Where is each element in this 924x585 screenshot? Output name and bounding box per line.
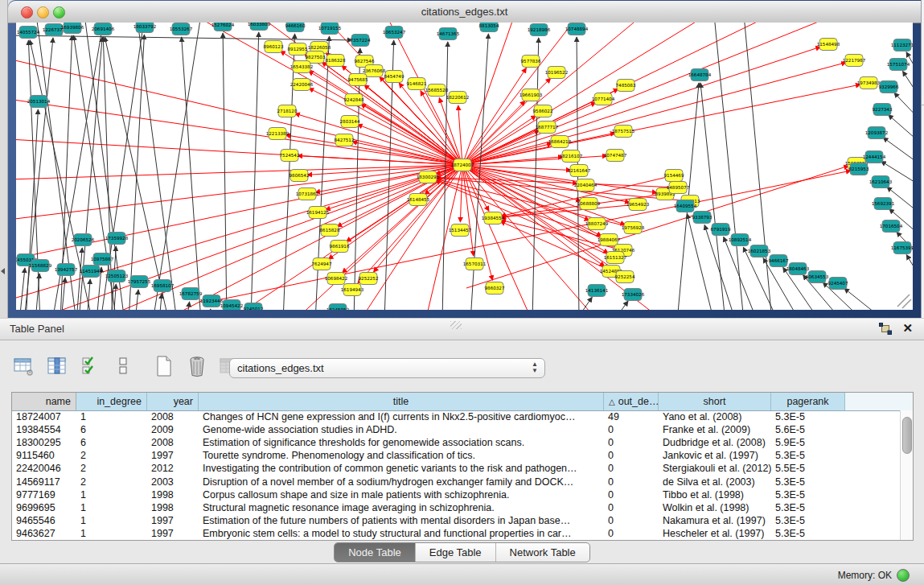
graph-node[interactable]: 13942757	[55, 264, 78, 276]
graph-node[interactable]: 17359928	[105, 233, 129, 245]
graph-edge[interactable]	[714, 23, 744, 310]
cell-short[interactable]: Dudbridge et al. (2008)	[659, 437, 771, 448]
graph-edge[interactable]	[209, 309, 211, 310]
cell-pagerank[interactable]: 5.3E-5	[771, 411, 845, 422]
cell-pagerank[interactable]: 5.3E-5	[771, 476, 845, 488]
graph-node[interactable]: 9806542	[290, 170, 310, 182]
graph-node[interactable]: 10748894	[565, 23, 589, 35]
graph-node[interactable]: 2718120	[277, 105, 298, 117]
network-canvas[interactable]: 1872400718300295193845548960123891295518…	[16, 23, 913, 310]
cell-title[interactable]: Disruption of a novel member of a sodium…	[199, 476, 604, 488]
graph-node[interactable]: 16021853	[748, 245, 771, 257]
graph-node[interactable]: 14895077	[667, 182, 690, 194]
panel-drag-grip-icon[interactable]	[450, 321, 462, 329]
graph-node[interactable]: 20691406	[92, 23, 115, 35]
cell-out_degree[interactable]: 0	[604, 476, 659, 488]
cell-name[interactable]: 9777169	[12, 489, 76, 501]
graph-edge[interactable]	[462, 101, 525, 165]
graph-node[interactable]: 11548498	[817, 39, 840, 51]
table-settings-icon[interactable]: ⚙	[11, 353, 37, 379]
graph-node[interactable]: 10771404	[592, 93, 615, 105]
graph-edge[interactable]	[19, 268, 25, 310]
cell-short[interactable]: Yano et al. (2008)	[659, 411, 771, 422]
graph-edge[interactable]	[159, 294, 162, 310]
cell-pagerank[interactable]: 5.5E-5	[771, 463, 845, 474]
cell-short[interactable]: Franke et al. (2009)	[659, 424, 771, 435]
graph-edge[interactable]	[129, 35, 144, 310]
cell-in_degree[interactable]: 6	[76, 437, 147, 448]
graph-node[interactable]: 16148455	[407, 194, 430, 206]
graph-node[interactable]: 9338793	[692, 212, 713, 224]
table-row[interactable]: 911546021997Tourette syndrome. Phenomeno…	[12, 449, 901, 462]
cell-year[interactable]: 2012	[147, 463, 199, 474]
graph-node[interactable]: 11123271	[891, 39, 913, 51]
cell-short[interactable]: Stergiakouli et al. (2012)	[659, 463, 771, 474]
graph-node[interactable]: 9245012	[244, 303, 264, 311]
graph-node[interactable]: 11568829	[29, 260, 52, 272]
cell-name[interactable]: 14569117	[12, 476, 76, 488]
graph-node[interactable]: 8813054	[479, 23, 499, 32]
graph-node[interactable]: 18216107	[560, 150, 583, 163]
cell-pagerank[interactable]: 5.3E-5	[771, 502, 845, 513]
graph-node[interactable]: 10747487	[604, 150, 627, 162]
graph-edge[interactable]	[575, 297, 592, 310]
graph-node[interactable]: 20513014	[27, 96, 51, 108]
graph-node[interactable]: 11675391	[891, 242, 913, 254]
graph-edge[interactable]	[462, 23, 836, 165]
cell-year[interactable]: 2003	[147, 476, 199, 488]
graph-node[interactable]: 19734983	[857, 77, 881, 89]
cell-in_degree[interactable]: 1	[76, 411, 147, 422]
graph-node[interactable]: 10698422	[325, 273, 347, 285]
float-panel-icon[interactable]	[879, 323, 892, 335]
graph-node[interactable]: 12217987	[843, 55, 866, 67]
graph-node[interactable]: 15134457	[449, 225, 472, 237]
graph-edge[interactable]	[889, 115, 913, 143]
network-window-titlebar[interactable]: citations_edges.txt	[8, 1, 921, 23]
column-header-year[interactable]: year	[147, 393, 199, 410]
cell-year[interactable]: 1998	[147, 489, 199, 501]
graph-node[interactable]: 18724007	[451, 159, 474, 171]
graph-edge[interactable]	[113, 284, 116, 310]
graph-node[interactable]: 9586022	[533, 105, 553, 117]
cell-year[interactable]: 2008	[147, 437, 199, 448]
graph-node[interactable]: 14055724	[17, 27, 40, 39]
graph-node[interactable]: 9475685	[348, 74, 368, 86]
graph-node[interactable]: 10945422	[220, 300, 243, 311]
cell-title[interactable]: Structural magnetic resonance image aver…	[199, 502, 604, 513]
cell-in_degree[interactable]: 2	[76, 463, 147, 474]
cell-short[interactable]: Wolkin et al. (1998)	[659, 502, 771, 513]
cell-short[interactable]: de Silva et al. (2003)	[659, 476, 771, 488]
graph-node[interactable]: 7357224	[351, 35, 371, 47]
graph-edge[interactable]	[16, 35, 352, 40]
cell-in_degree[interactable]: 1	[76, 515, 147, 526]
graph-node[interactable]: 9466167	[769, 255, 789, 267]
graph-edge[interactable]	[532, 38, 539, 310]
cell-pagerank[interactable]: 5.3E-5	[771, 489, 845, 501]
cell-out_degree[interactable]: 0	[604, 424, 659, 435]
cell-in_degree[interactable]: 1	[76, 528, 147, 539]
graph-edge[interactable]	[894, 93, 913, 121]
graph-node[interactable]: 22420046	[290, 79, 314, 91]
graph-edge[interactable]	[458, 105, 462, 165]
graph-node[interactable]: 17334026	[622, 289, 645, 301]
graph-edge[interactable]	[153, 23, 201, 310]
graph-node[interactable]: 10553267	[170, 23, 193, 35]
graph-edge[interactable]	[87, 279, 90, 310]
graph-node[interactable]: 16033809	[248, 23, 271, 31]
graph-node[interactable]: 6791919	[711, 224, 731, 236]
scrollbar-thumb[interactable]	[902, 417, 912, 454]
graph-node[interactable]: 14136141	[585, 285, 609, 297]
graph-node[interactable]: 17016504	[880, 220, 903, 233]
graph-node[interactable]: 8427512	[335, 134, 355, 146]
graph-node[interactable]: 16543382	[290, 61, 313, 73]
graph-node[interactable]: 9861916	[330, 241, 350, 253]
tab-edge-table[interactable]: Edge Table	[416, 543, 496, 562]
cell-name[interactable]: 19384554	[12, 424, 76, 435]
graph-node[interactable]: 17957255	[128, 276, 151, 288]
column-header-name[interactable]: name	[12, 393, 76, 410]
cell-out_degree[interactable]: 0	[604, 515, 659, 526]
cell-name[interactable]: 9699695	[12, 502, 76, 513]
graph-node[interactable]: 16958107	[151, 280, 175, 292]
cell-pagerank[interactable]: 5.3E-5	[771, 528, 845, 539]
cell-title[interactable]: Corpus callosum shape and size in male p…	[199, 489, 604, 501]
